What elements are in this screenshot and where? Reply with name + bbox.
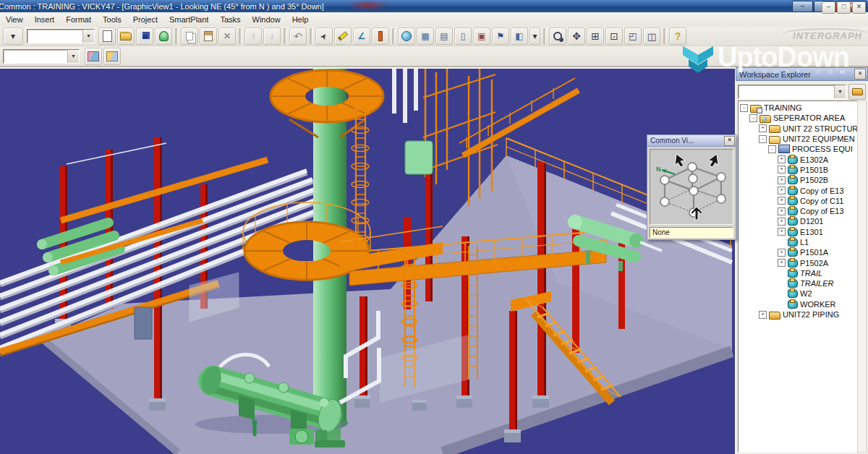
tree-item[interactable]: P1502A [739, 257, 857, 267]
menu-view[interactable]: View [0, 14, 29, 25]
window-wire-button[interactable] [454, 27, 472, 45]
workspace-explorer-header[interactable]: Workspace Explorer ✕ [736, 67, 868, 81]
tree-expander-icon[interactable] [778, 155, 786, 163]
mdi-minimize-button[interactable]: – [822, 1, 835, 14]
tree-expander-icon[interactable] [778, 269, 786, 277]
paste-button[interactable] [200, 27, 217, 45]
tree-item[interactable]: UNIT22 EQUIPMEN [739, 134, 857, 144]
tree-item[interactable]: PROCESS EQUI [739, 144, 857, 154]
tree-item[interactable]: L1 [739, 237, 857, 247]
workspace-folder-button[interactable] [848, 84, 866, 100]
menu-window[interactable]: Window [247, 14, 286, 25]
tree-expander-icon[interactable] [778, 290, 786, 298]
view-node[interactable] [660, 163, 726, 217]
tree-item[interactable]: D1201 [739, 216, 857, 226]
dropdown-arrow-icon[interactable]: ▼ [82, 30, 94, 43]
delete-button[interactable] [218, 27, 236, 45]
tree-item[interactable]: Copy of C11 [739, 196, 857, 206]
named-space-button[interactable] [435, 27, 453, 45]
tree-item[interactable]: WORKER [739, 299, 857, 309]
tree-expander-icon[interactable] [778, 176, 786, 184]
tree-expander-icon[interactable] [768, 145, 776, 153]
tree-item[interactable]: UNIT 22 STRUCTUR [739, 124, 857, 134]
zoom-tool-button[interactable] [549, 27, 566, 45]
view-control-button[interactable] [643, 27, 660, 45]
snapshot-button[interactable] [473, 27, 490, 45]
tree-scrollbar[interactable] [857, 100, 867, 453]
tree-item[interactable]: SEPERATOR AREA [739, 113, 857, 123]
tree-item[interactable]: P1501B [739, 165, 857, 175]
zoom-area-button[interactable] [587, 27, 604, 45]
menu-smartplant[interactable]: SmartPlant [163, 14, 214, 25]
tree-item[interactable]: E1301 [739, 227, 857, 237]
menu-insert[interactable]: Insert [29, 14, 61, 25]
style-combo[interactable]: ▼ [3, 49, 80, 64]
dropdown-arrow-icon[interactable]: ▼ [834, 85, 846, 98]
style-combo-value[interactable] [4, 50, 67, 63]
tree-expander-icon[interactable] [778, 280, 786, 288]
help-button[interactable] [669, 27, 686, 45]
tree-expander-icon[interactable] [778, 228, 786, 236]
render-shaded-button[interactable] [511, 27, 528, 45]
tree-expander-icon[interactable] [778, 187, 786, 194]
tree-item[interactable]: P1501A [739, 247, 857, 257]
tree-expander-icon[interactable] [778, 218, 786, 226]
tree-expander-icon[interactable] [778, 300, 786, 308]
window-previous-button[interactable] [624, 27, 642, 45]
view-style-button[interactable] [103, 48, 121, 65]
select-button[interactable] [315, 27, 333, 45]
clip-volume-button[interactable] [417, 27, 434, 45]
save-button[interactable] [136, 27, 153, 45]
common-views-cube-panel[interactable]: N [650, 149, 733, 225]
common-views-titlebar[interactable]: Common Vi... ✕ [647, 135, 736, 147]
menu-help[interactable]: Help [286, 14, 315, 25]
menu-project[interactable]: Project [127, 14, 163, 25]
pan-button[interactable] [568, 27, 585, 45]
surface-style-button[interactable] [85, 48, 102, 65]
common-views-close-button[interactable]: ✕ [724, 136, 735, 146]
fit-button[interactable] [605, 27, 623, 45]
menu-tasks[interactable]: Tasks [214, 14, 246, 25]
tree-expander-icon[interactable] [778, 259, 786, 267]
new-document-button[interactable] [98, 27, 116, 45]
locate-filter-value[interactable] [27, 30, 82, 43]
open-button[interactable] [117, 27, 135, 45]
tree-expander-icon[interactable] [759, 135, 767, 143]
view-dropdown-button[interactable] [3, 27, 23, 45]
tree-item[interactable]: E1302A [739, 154, 857, 164]
workspace-explorer-close-button[interactable]: ✕ [854, 69, 866, 80]
measure-button[interactable] [353, 27, 370, 45]
tree-item[interactable]: TRAINING [739, 103, 857, 113]
move-up-button[interactable] [244, 27, 262, 45]
render-dropdown-button[interactable] [529, 27, 540, 45]
undo-button[interactable] [289, 27, 307, 45]
graphic-view-3d[interactable] [0, 67, 735, 454]
workspace-filter-combo[interactable]: ▼ [738, 85, 846, 99]
copy-button[interactable] [181, 27, 198, 45]
move-down-button[interactable] [263, 27, 281, 45]
tree-expander-icon[interactable] [759, 311, 767, 319]
tree-expander-icon[interactable] [778, 239, 786, 247]
tree-expander-icon[interactable] [759, 124, 767, 132]
tree-expander-icon[interactable] [778, 249, 786, 257]
minimize-button[interactable]: – [792, 1, 813, 12]
tree-item[interactable]: TRAILER [739, 278, 857, 288]
tree-expander-icon[interactable] [740, 104, 748, 112]
dropdown-arrow-icon[interactable]: ▼ [67, 50, 79, 63]
tree-expander-icon[interactable] [778, 207, 786, 215]
locate-filter-combo[interactable]: ▼ [27, 29, 95, 43]
format-painter-button[interactable] [372, 27, 389, 45]
menu-tools[interactable]: Tools [97, 14, 127, 25]
tree-expander-icon[interactable] [778, 166, 786, 174]
common-views-selection-field[interactable]: None [650, 227, 733, 238]
tree-expander-icon[interactable] [749, 114, 757, 122]
tree-item[interactable]: Copy of E13 [739, 185, 857, 195]
tree-item[interactable]: TRAIL [739, 268, 857, 278]
tree-item[interactable]: P1502B [739, 175, 857, 185]
render-select-button[interactable] [492, 27, 509, 45]
workspace-button[interactable] [398, 27, 415, 45]
mdi-restore-button[interactable]: □ [837, 1, 851, 14]
tree-item[interactable]: UNIT22 PIPING [739, 309, 857, 320]
mdi-close-button[interactable]: ✕ [852, 1, 866, 14]
edit-sketch-button[interactable] [334, 27, 352, 45]
